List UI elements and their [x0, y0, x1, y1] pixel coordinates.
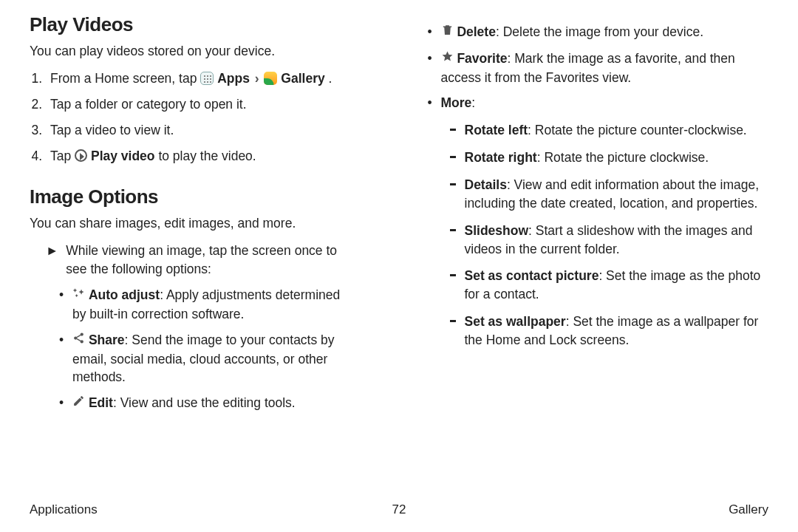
slideshow-title: Slideshow [465, 223, 529, 238]
heading-image-options: Image Options [30, 185, 358, 208]
option-share: Share: Send the image to your contacts b… [72, 331, 358, 386]
left-column: Play Videos You can play videos stored o… [30, 13, 358, 495]
play-video-label: Play video [91, 149, 155, 163]
apps-icon [200, 72, 214, 85]
delete-title: Delete [457, 24, 496, 39]
instruction-arrow-item: ► While viewing an image, tap the screen… [30, 242, 358, 279]
option-details: Details: View and edit information about… [465, 176, 769, 213]
share-title: Share [89, 332, 125, 347]
heading-play-videos: Play Videos [30, 13, 358, 36]
contact-picture-title: Set as contact picture [465, 268, 599, 283]
edit-desc: : View and use the editing tools. [113, 395, 296, 410]
favorite-icon [441, 50, 454, 68]
option-wallpaper: Set as wallpaper: Set the image as a wal… [465, 313, 769, 349]
delete-desc: : Delete the image from your device. [496, 24, 703, 39]
right-column: Delete: Delete the image from your devic… [398, 13, 769, 495]
option-more: More: Rotate left: Rotate the picture co… [441, 94, 769, 349]
details-desc: : View and edit information about the im… [465, 177, 760, 211]
svg-point-2 [81, 340, 83, 343]
auto-adjust-icon [72, 286, 85, 304]
options-list-right: Delete: Delete the image from your devic… [441, 23, 769, 349]
rotate-left-title: Rotate left [465, 123, 528, 137]
auto-adjust-title: Auto adjust [89, 287, 160, 302]
page-footer: Applications 72 Gallery [30, 502, 768, 517]
footer-chapter: Gallery [729, 502, 768, 517]
rotate-left-desc: : Rotate the picture counter‑clockwise. [528, 123, 747, 137]
more-sublist: Rotate left: Rotate the picture counter‑… [441, 121, 769, 349]
option-delete: Delete: Delete the image from your devic… [441, 23, 769, 42]
step-1: From a Home screen, tap Apps › Gallery . [46, 69, 358, 88]
option-favorite: Favorite: Mark the image as a favorite, … [441, 50, 769, 87]
play-steps: From a Home screen, tap Apps › Gallery .… [30, 69, 358, 165]
manual-page: Play Videos You can play videos stored o… [0, 0, 798, 495]
play-icon [75, 149, 87, 162]
play-intro: You can play videos stored on your devic… [30, 44, 358, 59]
option-edit: Edit: View and use the editing tools. [72, 394, 358, 413]
step-4-text-a: Tap [50, 149, 75, 163]
instruction-text: While viewing an image, tap the screen o… [66, 242, 357, 279]
gallery-icon [264, 72, 277, 85]
edit-icon [72, 394, 85, 412]
gallery-label: Gallery [281, 71, 324, 86]
share-icon [72, 331, 85, 349]
footer-section: Applications [30, 502, 98, 517]
option-rotate-right: Rotate right: Rotate the picture clockwi… [465, 149, 769, 167]
svg-point-1 [74, 336, 77, 339]
option-contact-picture: Set as contact picture: Set the image as… [465, 267, 769, 304]
svg-point-0 [81, 332, 83, 335]
more-colon: : [471, 95, 475, 110]
options-list-left: Auto adjust: Apply adjustments determine… [30, 286, 358, 413]
rotate-right-title: Rotate right [465, 150, 537, 165]
apps-label: Apps [217, 71, 250, 86]
step-4-text-b: to play the video. [158, 149, 256, 163]
step-2: Tap a folder or category to open it. [46, 95, 358, 114]
page-number: 72 [392, 502, 406, 517]
rotate-right-desc: : Rotate the picture clockwise. [537, 150, 709, 165]
details-title: Details [465, 177, 507, 192]
step-3: Tap a video to view it. [46, 121, 358, 140]
option-slideshow: Slideshow: Start a slideshow with the im… [465, 222, 769, 259]
chevron-right-icon: › [255, 71, 259, 86]
step-4: Tap Play video to play the video. [46, 147, 358, 166]
edit-title: Edit [89, 395, 113, 410]
option-auto-adjust: Auto adjust: Apply adjustments determine… [72, 286, 358, 324]
triangle-bullet-icon: ► [46, 242, 58, 279]
step-1-text-a: From a Home screen, tap [50, 71, 200, 86]
image-intro: You can share images, edit images, and m… [30, 216, 358, 231]
more-title: More [441, 95, 472, 110]
option-rotate-left: Rotate left: Rotate the picture counter‑… [465, 121, 769, 140]
wallpaper-title: Set as wallpaper [465, 314, 566, 329]
favorite-title: Favorite [457, 51, 507, 66]
delete-icon [441, 23, 454, 41]
